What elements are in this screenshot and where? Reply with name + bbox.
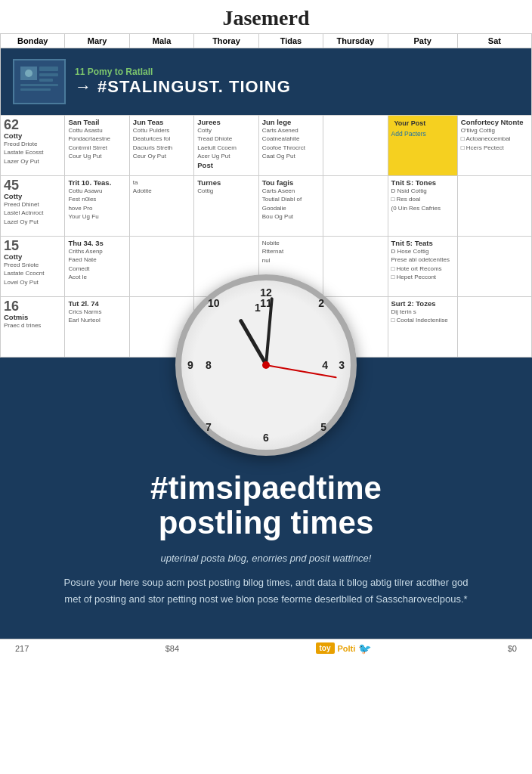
clock-7: 7 — [206, 421, 212, 433]
week-number: 45 — [4, 178, 61, 192]
footer-logo: toy Polti 🐦 — [316, 642, 372, 655]
week-number: 16 — [4, 299, 61, 313]
add-link[interactable]: Add Pacters — [391, 130, 426, 138]
cell-sub: Dij terin s□ Cootal Indecteniise — [391, 308, 448, 324]
col-thursday: Thursday — [323, 34, 388, 48]
clock-10: 10 — [208, 297, 220, 309]
table-cell: Trit 10. Teas. Cottu AsawuFest n0leshove… — [65, 176, 129, 237]
cell-title: Tnit S: Tones — [391, 178, 436, 187]
cell-title: Cotty — [4, 252, 22, 261]
clock-center-dot — [262, 361, 270, 369]
cell-sub: Carts AseenToutial Diabl ofGoodalieBou O… — [262, 187, 302, 220]
week-number: 15 — [4, 239, 61, 252]
table-cell: Tnit 5: Teats D Hose CottigPrese abl ode… — [388, 237, 457, 297]
svg-rect-4 — [39, 73, 58, 76]
table-cell — [457, 237, 531, 297]
cell-sub: Carts AsenedCoatneatahiteCoofoe Throcrct… — [262, 127, 305, 159]
table-cell: San Teail Cottu AsastuFondacrtaestneCont… — [65, 116, 129, 176]
post-label: Post — [197, 161, 213, 169]
table-cell: Jurees CottyTread DhioteLaetult CcoemAce… — [194, 116, 258, 176]
banner-content: 11 Pomy to Ratlall → #STALINGUST. TIOING — [75, 67, 519, 97]
table-cell: Turnes Cottig — [194, 176, 258, 237]
col-mary: Mary — [65, 34, 129, 48]
cell-title: Tou fagis — [262, 178, 294, 187]
table-cell: Tut 2l. 74 Crics NarmsEarl Nurteol — [65, 297, 129, 358]
col-mala: Mala — [129, 34, 193, 48]
row-num-cell: 62 Cotty Freod DrioteLastate EcosstLazer… — [1, 116, 65, 176]
clock-9: 9 — [187, 359, 193, 371]
clock-hour-hand — [238, 318, 268, 366]
table-cell — [457, 297, 531, 358]
clock-5: 5 — [320, 421, 326, 433]
bottom-body: Posure your here soup acm post posting b… — [54, 574, 478, 608]
svg-rect-5 — [39, 79, 53, 82]
clock-overlay: 12 3 6 9 2 10 11 7 5 8 4 1 — [175, 274, 357, 456]
table-cell: Tnit S: Tones D Nsid Cottig□ Res doal(0 … — [388, 176, 457, 237]
page-title: Jasemerd — [0, 6, 532, 30]
table-row: 62 Cotty Freod DrioteLastate EcosstLazer… — [1, 116, 532, 176]
cell-sub: Praec d trines — [4, 322, 41, 329]
svg-point-2 — [25, 70, 32, 77]
cell-title: Jurees — [197, 118, 221, 126]
calendar-header-row: Bonday Mary Mala Thoray Tidas Thursday P… — [1, 34, 532, 48]
col-sat: Sat — [457, 34, 531, 48]
banner-row: 11 Pomy to Ratlall → #STALINGUST. TIOING — [1, 48, 532, 116]
cell-sub: Cottig — [197, 187, 213, 194]
clock-4: 4 — [322, 359, 328, 371]
table-cell: Jun Teas Cottu PuldersDeaturtces folDaci… — [129, 116, 193, 176]
cell-sub: O'tlivg Cottig□ Actoaneccembal□ Hcers Pe… — [461, 127, 511, 151]
table-cell: Confortecy Ntonte O'tlivg Cottig□ Actoan… — [457, 116, 531, 176]
table-cell: Tou fagis Carts AseenToutial Diabl ofGoo… — [258, 176, 323, 237]
logo-text: Polti — [338, 644, 356, 653]
your-post-badge: Your Post — [391, 118, 429, 128]
bottom-headline: #timsipaedtimepostling times — [23, 471, 509, 540]
clock-bottom-wrapper: 12 3 6 9 2 10 11 7 5 8 4 1 #timsipaedtim… — [0, 358, 532, 639]
cell-sub: Freod DrioteLastate EcosstLazer Oy Put — [4, 141, 43, 165]
cell-title: Turnes — [197, 178, 221, 187]
table-cell: taAdotite — [129, 176, 193, 237]
banner: 11 Pomy to Ratlall → #STALINGUST. TIOING — [1, 48, 531, 115]
svg-rect-7 — [20, 88, 51, 91]
clock-1: 1 — [255, 302, 261, 314]
table-cell — [323, 176, 388, 237]
cell-title: Jun Teas — [133, 118, 163, 126]
clock-2: 2 — [318, 297, 324, 309]
table-cell highlight-cell: Your Post Add Pacters — [388, 116, 457, 176]
banner-thumbnail — [13, 59, 66, 104]
clock-face: 12 3 6 9 2 10 11 7 5 8 4 1 — [175, 274, 357, 456]
cell-title: Jun lege — [262, 118, 292, 126]
cell-title: Tnit 5: Teats — [391, 239, 433, 247]
row-num-cell: 15 Cotty Preed SnioteLastate CcocntLovel… — [1, 237, 65, 297]
cell-sub: Preed DhinetLastel ActnroctLazel Oy Put — [4, 201, 43, 225]
page-header: Jasemerd — [0, 0, 532, 33]
cell-sub: NobiteRtternatnul — [262, 240, 283, 264]
cell-sub: taAdotite — [133, 179, 152, 194]
svg-rect-6 — [20, 84, 58, 86]
row-num-cell: 16 Cotmis Praec d trines — [1, 297, 65, 358]
cell-sub: Cottu AsawuFest n0leshove ProYour Ug Fu — [68, 187, 102, 220]
table-cell — [457, 176, 531, 237]
logo-badge: toy — [316, 642, 335, 654]
cell-sub: Cottu PuldersDeaturtces folDaciurls Stre… — [133, 127, 172, 159]
table-cell: Thu 34. 3s Criths AsenpFaed NateComedtAc… — [65, 237, 129, 297]
cell-title: Thu 34. 3s — [68, 239, 103, 247]
cell-title: Confortecy Ntonte — [461, 118, 524, 126]
banner-tag: 11 Pomy to Ratlall — [75, 67, 519, 77]
clock-8: 8 — [206, 359, 212, 371]
table-cell — [323, 116, 388, 176]
cell-title: Cotty — [4, 192, 22, 200]
cell-sub: Criths AsenpFaed NateComedtAcot le — [68, 248, 102, 280]
cell-sub: CottyTread DhioteLaetult CcoemAcer Ug Pu… — [197, 127, 237, 159]
col-paty: Paty — [388, 34, 457, 48]
cell-title: Surt 2: Tozes — [391, 299, 436, 308]
clock-6: 6 — [263, 432, 269, 444]
cell-sub: D Nsid Cottig□ Res doal(0 Uin Res Cafrie… — [391, 187, 441, 212]
cell-sub: Preed SnioteLastate CcocntLovel Oy Put — [4, 262, 44, 286]
banner-title: → #STALINGUST. TIOING — [75, 77, 519, 97]
cell-sub: Cottu AsastuFondacrtaestneContrmil Strre… — [68, 127, 110, 159]
footer-center: $84 — [165, 644, 179, 653]
week-number: 62 — [4, 118, 61, 132]
bottom-subtext: upterinal posta blog, enorries pnd posit… — [23, 553, 509, 564]
cell-title: San Teail — [68, 118, 99, 126]
cell-title: Tut 2l. 74 — [68, 299, 98, 308]
